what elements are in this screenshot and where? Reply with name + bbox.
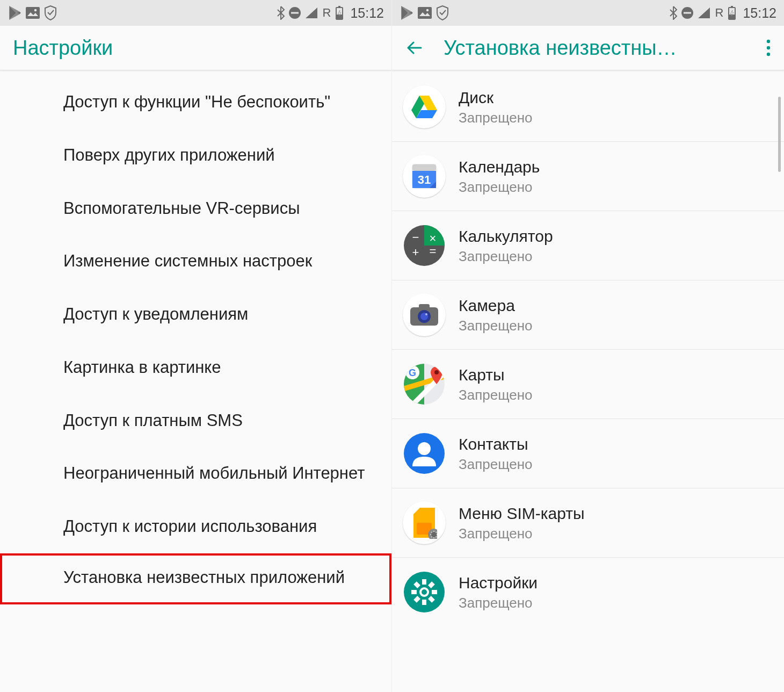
settings-item-premium-sms-access[interactable]: Доступ к платным SMS	[0, 394, 391, 448]
app-name: Меню SIM-карты	[459, 504, 585, 523]
app-status: Запрещено	[459, 248, 553, 265]
app-status: Запрещено	[459, 179, 540, 196]
svg-point-51	[422, 589, 427, 595]
bluetooth-icon	[277, 6, 285, 20]
app-row-sim-toolkit[interactable]: Меню SIM-карты Запрещено	[392, 488, 784, 558]
shield-check-icon	[44, 5, 57, 20]
settings-item-dnd-access[interactable]: Доступ к функции "Не беспокоить"	[0, 76, 391, 129]
play-store-icon	[8, 5, 21, 20]
svg-rect-43	[422, 579, 426, 585]
signal-icon	[304, 6, 318, 19]
gallery-icon	[26, 7, 40, 19]
svg-rect-10	[684, 12, 691, 14]
app-row-contacts[interactable]: Контакты Запрещено	[392, 419, 784, 488]
app-status: Запрещено	[459, 318, 533, 334]
settings-item-usage-access[interactable]: Доступ к истории использования	[0, 500, 391, 553]
svg-point-30	[425, 313, 427, 315]
svg-rect-27	[419, 304, 430, 309]
svg-text:−: −	[412, 230, 419, 244]
status-bar: R 15:12	[392, 0, 784, 26]
svg-rect-44	[422, 600, 426, 605]
svg-point-35	[434, 370, 439, 374]
calendar-icon: 31	[403, 155, 446, 198]
app-row-settings[interactable]: Настройки Запрещено	[392, 558, 784, 626]
settings-item-draw-over-apps[interactable]: Поверх других приложений	[0, 129, 391, 182]
svg-text:G: G	[409, 367, 416, 378]
app-list[interactable]: Диск Запрещено 31 Календарь Запрещено −×…	[392, 70, 784, 626]
app-status: Запрещено	[459, 456, 533, 473]
svg-point-1	[34, 9, 37, 12]
status-right-icons: R 15:12	[669, 5, 776, 21]
app-row-drive[interactable]: Диск Запрещено	[392, 70, 784, 142]
app-row-maps[interactable]: G Карты Запрещено	[392, 350, 784, 419]
app-row-calendar[interactable]: 31 Календарь Запрещено	[392, 142, 784, 211]
settings-item-modify-system-settings[interactable]: Изменение системных настроек	[0, 235, 391, 288]
status-bar: R 15:12	[0, 0, 391, 26]
svg-point-15	[767, 46, 770, 49]
app-name: Камера	[459, 296, 533, 315]
settings-list[interactable]: Доступ к функции "Не беспокоить" Поверх …	[0, 70, 391, 604]
app-bar: Установка неизвестны…	[392, 26, 784, 70]
calculator-icon: −×+=	[403, 224, 446, 267]
svg-point-14	[767, 40, 770, 43]
svg-text:=: =	[430, 244, 437, 258]
svg-point-8	[426, 9, 429, 12]
svg-text:×: ×	[430, 232, 437, 245]
settings-item-unrestricted-data[interactable]: Неограниченный мобильный Интернет	[0, 447, 391, 500]
overflow-menu-button[interactable]	[766, 38, 771, 57]
roaming-label: R	[715, 6, 724, 20]
settings-item-install-unknown-apps[interactable]: Установка неизвестных приложений	[0, 553, 391, 604]
status-left-icons	[8, 5, 57, 20]
status-right-icons: R 15:12	[277, 5, 384, 21]
battery-charging-icon	[728, 6, 736, 20]
contacts-icon	[403, 432, 446, 475]
app-name: Карты	[459, 365, 533, 385]
svg-text:+: +	[412, 246, 419, 259]
app-row-camera[interactable]: Камера Запрещено	[392, 280, 784, 350]
app-status: Запрещено	[459, 387, 533, 403]
svg-rect-46	[432, 590, 437, 594]
settings-item-notification-access[interactable]: Доступ к уведомлениям	[0, 288, 391, 341]
svg-point-16	[767, 53, 770, 56]
status-left-icons	[400, 5, 449, 20]
maps-icon: G	[403, 363, 446, 406]
svg-rect-45	[411, 590, 417, 594]
scrollbar-thumb[interactable]	[778, 97, 781, 172]
app-status: Запрещено	[459, 110, 533, 126]
do-not-disturb-icon	[681, 6, 694, 19]
page-title: Настройки	[13, 37, 379, 60]
svg-point-37	[418, 442, 431, 455]
settings-item-picture-in-picture[interactable]: Картинка в картинке	[0, 341, 391, 394]
play-store-icon	[400, 5, 413, 20]
back-button[interactable]	[405, 38, 424, 57]
camera-icon	[403, 293, 446, 336]
svg-rect-12	[731, 6, 733, 8]
app-bar: Настройки	[0, 26, 391, 70]
clock-time: 15:12	[350, 5, 384, 21]
svg-rect-3	[291, 12, 299, 14]
app-name: Календарь	[459, 157, 540, 177]
shield-check-icon	[436, 5, 449, 20]
app-name: Калькулятор	[459, 227, 553, 246]
app-row-calculator[interactable]: −×+= Калькулятор Запрещено	[392, 211, 784, 280]
clock-time: 15:12	[743, 5, 776, 21]
phone-right: R 15:12 Установка неизвестны…	[392, 0, 784, 692]
app-status: Запрещено	[459, 595, 538, 611]
gallery-icon	[418, 7, 432, 19]
do-not-disturb-icon	[288, 6, 301, 19]
svg-rect-5	[338, 6, 340, 8]
page-title: Установка неизвестны…	[444, 37, 753, 60]
settings-item-vr-helper-services[interactable]: Вспомогательные VR-сервисы	[0, 182, 391, 235]
signal-icon	[697, 6, 711, 19]
svg-text:31: 31	[418, 173, 431, 186]
svg-point-40	[431, 532, 437, 537]
settings-gear-icon	[403, 571, 446, 614]
phone-left: R 15:12 Настройки Доступ к функции "Не б…	[0, 0, 392, 692]
battery-charging-icon	[335, 6, 344, 20]
sim-card-icon	[403, 501, 446, 544]
app-name: Контакты	[459, 435, 533, 454]
drive-icon	[403, 85, 446, 128]
app-name: Настройки	[459, 573, 538, 593]
app-status: Запрещено	[459, 525, 585, 542]
svg-rect-18	[412, 164, 436, 171]
